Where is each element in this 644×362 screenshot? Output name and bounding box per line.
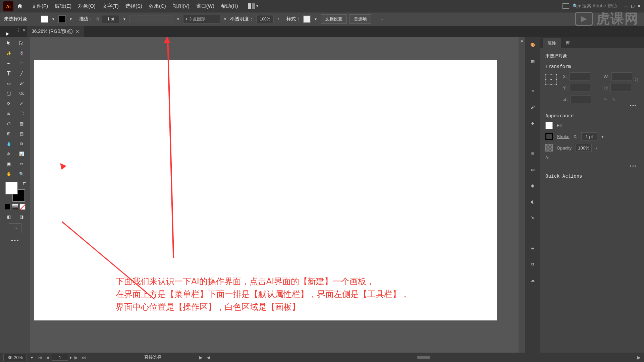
tab-close-icon[interactable]: ✕ — [75, 29, 79, 34]
zoom-select[interactable] — [3, 354, 27, 361]
menu-select[interactable]: 选择(S) — [122, 1, 146, 11]
minimize-icon[interactable]: — — [624, 4, 628, 8]
zoom-tool[interactable]: 🔍 — [15, 169, 28, 179]
x-input[interactable] — [570, 72, 590, 80]
brush-definition[interactable]: •3 点圆形 — [183, 15, 220, 23]
artboard-tool[interactable]: ▣ — [2, 159, 15, 169]
menu-window[interactable]: 窗口(W) — [193, 1, 218, 11]
align-to-icon[interactable]: ⫠ ▾ — [376, 17, 383, 21]
prev-tab-close-icon[interactable]: ⋮ ✕ — [16, 27, 26, 33]
arrange-documents-icon[interactable] — [562, 3, 569, 9]
opacity-value-input[interactable] — [576, 144, 592, 152]
appearance-opacity-swatch[interactable] — [545, 144, 553, 152]
hand-tool[interactable]: ✋ — [2, 169, 15, 179]
rotate-tool[interactable]: ⟳ — [2, 99, 15, 109]
swatches-panel-icon[interactable]: ▦ — [528, 56, 537, 66]
shaper-tool[interactable]: ◯ — [2, 88, 15, 99]
y-input[interactable] — [570, 84, 590, 92]
color-mode-none[interactable] — [19, 204, 25, 210]
profile-dropdown[interactable]: ▾ — [176, 17, 180, 21]
curvature-tool[interactable]: 〰 — [15, 58, 28, 68]
close-icon[interactable]: ✕ — [637, 4, 641, 8]
transform-panel-icon[interactable]: ▭ — [528, 165, 537, 174]
align-panel-icon[interactable]: ≣ — [528, 149, 537, 158]
menu-effect[interactable]: 效果(C) — [146, 1, 169, 11]
selection-tool[interactable] — [2, 38, 15, 48]
stroke-panel-icon[interactable]: ≡ — [528, 86, 537, 96]
lasso-tool[interactable]: 🪢 — [15, 48, 28, 58]
color-panel-icon[interactable]: 🎨 — [528, 40, 537, 50]
menu-view[interactable]: 视图(V) — [169, 1, 193, 11]
stroke-width-dropdown[interactable]: ▾ — [122, 17, 127, 21]
style-dropdown[interactable]: ▾ — [313, 17, 318, 21]
appearance-panel-icon[interactable]: ◉ — [528, 181, 537, 190]
magic-wand-tool[interactable]: ✨ — [2, 48, 15, 58]
chevron-down-icon[interactable]: ▾ — [31, 355, 33, 360]
chevron-down-icon[interactable]: ▾ — [69, 355, 72, 360]
document-tab[interactable]: 36.26% (RGB/预览) ✕ — [27, 26, 84, 37]
fill-stroke-picker[interactable]: ⇄ — [5, 182, 25, 202]
column-graph-tool[interactable]: 📊 — [15, 149, 28, 159]
stroke-stepper-icon[interactable]: ⇅ — [96, 17, 99, 21]
draw-normal-icon[interactable]: ◧ — [2, 212, 15, 222]
mesh-tool[interactable]: ⊞ — [2, 129, 15, 139]
libraries-panel-icon[interactable]: ☁ — [528, 276, 537, 285]
reference-point-icon[interactable] — [545, 74, 557, 85]
fx-label[interactable]: fx. — [545, 155, 550, 160]
menu-type[interactable]: 文字(T) — [99, 1, 122, 11]
stroke-swatch[interactable] — [58, 15, 66, 23]
style-swatch[interactable] — [303, 15, 311, 23]
status-scroll-right-icon[interactable]: ▶ — [637, 355, 641, 360]
rectangle-tool[interactable]: ▭ — [2, 78, 15, 88]
status-scroll-left-icon[interactable]: ◀ — [207, 355, 210, 360]
chevron-right-icon[interactable]: › — [596, 145, 597, 150]
menu-help[interactable]: 帮助(H) — [218, 1, 241, 11]
flip-horizontal-icon[interactable]: ⇋ — [603, 97, 607, 102]
angle-input[interactable] — [571, 95, 591, 103]
help-search[interactable]: 🔍▾ 搜索 Adobe 帮助 — [573, 3, 617, 9]
variable-width-profile[interactable] — [129, 15, 173, 23]
stroke-swatch-dropdown[interactable]: ▾ — [68, 17, 73, 21]
page-input[interactable] — [52, 354, 68, 361]
stroke-value-input[interactable] — [581, 132, 597, 140]
h-input[interactable] — [610, 84, 631, 92]
tab-libraries[interactable]: 库 — [561, 38, 575, 48]
maximize-icon[interactable]: ▢ — [631, 4, 635, 8]
vertical-scrollbar[interactable]: ▴ — [519, 37, 525, 353]
screen-mode-button[interactable]: ▭ — [9, 223, 21, 233]
menu-file[interactable]: 文件(F) — [28, 1, 51, 11]
direct-selection-tool[interactable] — [15, 38, 28, 48]
stroke-width-input[interactable] — [102, 15, 119, 23]
line-segment-tool[interactable]: ╱ — [15, 68, 28, 78]
paintbrush-tool[interactable]: 🖌 — [15, 78, 28, 88]
prev-page-icon[interactable]: ◀ — [45, 355, 51, 360]
color-mode-gradient[interactable] — [12, 204, 18, 210]
symbols-panel-icon[interactable]: ♣ — [528, 119, 537, 128]
appearance-stroke-swatch[interactable] — [545, 133, 553, 140]
free-transform-tool[interactable]: ⛶ — [15, 109, 28, 119]
gradient-tool[interactable]: ▤ — [15, 129, 28, 139]
type-tool[interactable]: T — [2, 68, 15, 78]
layers-panel-icon[interactable]: ≣ — [528, 243, 537, 253]
opacity-dropdown[interactable]: › — [276, 17, 281, 21]
scroll-up-icon[interactable]: ▴ — [519, 37, 525, 44]
stroke-stepper-icon[interactable]: ⇅ — [574, 134, 577, 139]
asset-export-panel-icon[interactable]: ⇲ — [528, 213, 537, 223]
scale-tool[interactable]: ⤢ — [15, 99, 28, 109]
symbol-sprayer-tool[interactable]: ✲ — [2, 149, 15, 159]
fill-color[interactable] — [5, 182, 18, 194]
flip-vertical-icon[interactable]: ⥮ — [612, 97, 615, 102]
w-input[interactable] — [611, 72, 632, 80]
next-page-icon[interactable]: ▶ — [73, 355, 79, 360]
brush-dropdown[interactable]: ▾ — [223, 17, 227, 21]
graphic-styles-panel-icon[interactable]: ◐ — [528, 197, 537, 206]
shape-builder-tool[interactable]: ⬡ — [2, 119, 15, 129]
brushes-panel-icon[interactable]: 🖌 — [528, 103, 537, 112]
first-page-icon[interactable]: ⏮ — [37, 355, 43, 360]
blend-tool[interactable]: ⧉ — [15, 139, 28, 149]
chevron-down-icon[interactable]: ▾ — [601, 134, 604, 139]
opacity-input[interactable] — [256, 15, 274, 23]
horizontal-scrollbar-thumb[interactable] — [417, 356, 430, 359]
artboards-panel-icon[interactable]: ⧉ — [528, 259, 537, 269]
document-setup-button[interactable]: 文档设置 — [321, 14, 347, 24]
